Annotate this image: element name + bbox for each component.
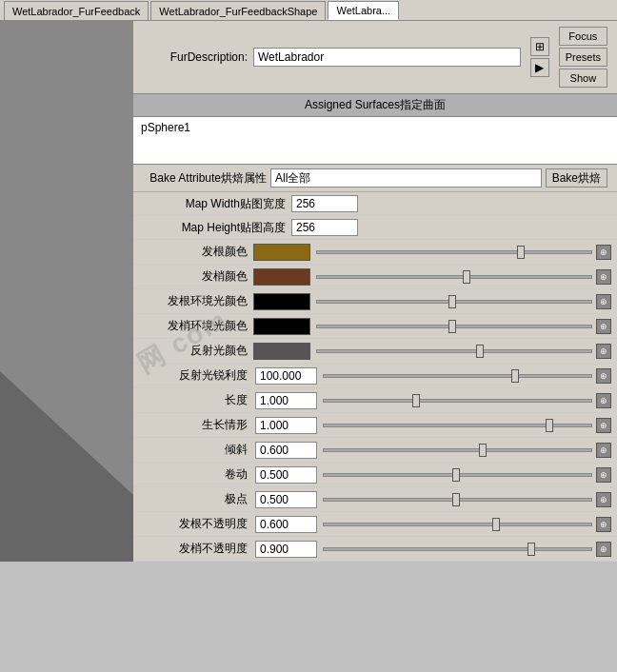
slider-thumb-7[interactable] [546,419,553,432]
slider-thumb-9[interactable] [452,468,460,482]
slider-track-11[interactable] [323,523,592,526]
attr-value-12[interactable] [255,541,317,558]
color-swatch-4[interactable] [253,343,310,360]
map-height-row: Map Height贴图高度 [133,216,617,240]
attr-label-8: 倾斜 [139,442,253,458]
pin-btn-4[interactable]: ⊕ [596,344,611,359]
attr-row-2: 发根环境光颜色⊕ [133,289,617,314]
icon-btn-1[interactable]: ⊞ [530,37,549,56]
attr-row-3: 发梢环境光颜色⊕ [133,314,617,339]
slider-track-8[interactable] [323,448,592,452]
tab-0[interactable]: WetLabrador_FurFeedback [4,1,149,20]
attr-row-0: 发根颜色⊕ [133,240,617,265]
tab-1[interactable]: WetLabrador_FurFeedbackShape [150,1,326,20]
attr-row-11: 发根不透明度⊕ [133,512,617,537]
show-button[interactable]: Show [559,69,607,88]
pin-btn-10[interactable]: ⊕ [596,492,611,507]
slider-track-7[interactable] [323,424,592,427]
slider-track-12[interactable] [323,547,592,551]
icon-btn-2[interactable]: ▶ [530,58,549,77]
color-swatch-0[interactable] [253,244,310,261]
slider-track-9[interactable] [323,473,592,477]
slider-thumb-8[interactable] [479,444,487,457]
main-content: FurDescription: ⊞ ▶ Focus Presets Show A… [133,21,617,562]
attr-value-10[interactable] [255,491,317,508]
presets-button[interactable]: Presets [559,48,607,67]
pin-btn-1[interactable]: ⊕ [596,269,611,285]
attr-label-4: 反射光颜色 [139,343,253,359]
pin-btn-6[interactable]: ⊕ [596,393,611,408]
color-swatch-2[interactable] [253,293,310,310]
list-item: pSphere1 [141,121,609,134]
attr-value-11[interactable] [255,516,317,533]
attr-row-7: 生长情形⊕ [133,413,617,438]
tab-bar: WetLabrador_FurFeedback WetLabrador_FurF… [0,0,617,21]
attr-label-3: 发梢环境光颜色 [139,318,253,334]
slider-thumb-0[interactable] [517,246,525,259]
assigned-surfaces-header: Assigned Surfaces指定曲面 [133,93,617,117]
attr-value-6[interactable] [255,392,317,409]
tab-0-label: WetLabrador_FurFeedback [12,6,140,17]
sidebar-bg-svg [0,228,133,562]
attr-row-6: 长度⊕ [133,388,617,413]
bake-value-input[interactable] [270,168,542,188]
attr-row-12: 发梢不透明度⊕ [133,537,617,562]
attr-value-7[interactable] [255,417,317,434]
slider-thumb-5[interactable] [511,369,519,383]
slider-thumb-11[interactable] [492,518,500,531]
tab-2-label: WetLabra... [336,5,390,16]
attr-value-5[interactable] [255,367,317,385]
tab-1-label: WetLabrador_FurFeedbackShape [159,6,317,17]
attr-label-6: 长度 [139,392,253,408]
pin-btn-3[interactable]: ⊕ [596,319,611,334]
slider-track-4[interactable] [316,349,592,353]
slider-thumb-10[interactable] [452,493,460,506]
map-height-input[interactable] [291,219,358,236]
slider-container-3 [316,325,592,328]
map-width-input[interactable] [291,195,358,212]
slider-track-0[interactable] [316,250,592,254]
slider-container-8 [323,448,592,452]
color-swatch-3[interactable] [253,318,310,335]
slider-track-2[interactable] [316,300,592,304]
attr-row-9: 卷动⊕ [133,463,617,487]
slider-container-1 [316,275,592,279]
attr-value-9[interactable] [255,466,317,484]
tab-2[interactable]: WetLabra... [328,1,399,20]
slider-track-6[interactable] [323,399,592,403]
fur-description-row: FurDescription: ⊞ ▶ Focus Presets Show [133,21,617,93]
pin-btn-7[interactable]: ⊕ [596,418,611,433]
slider-thumb-6[interactable] [412,394,420,407]
color-swatch-1[interactable] [253,268,310,286]
bake-button[interactable]: Bake烘焙 [546,168,607,188]
map-width-row: Map Width贴图宽度 [133,192,617,216]
slider-thumb-1[interactable] [463,270,470,284]
bake-row: Bake Attribute烘焙属性 Bake烘焙 [133,165,617,192]
attr-row-4: 反射光颜色⊕ [133,339,617,364]
pin-btn-5[interactable]: ⊕ [596,368,611,384]
slider-thumb-3[interactable] [448,320,456,333]
slider-track-1[interactable] [316,275,592,279]
slider-container-10 [323,498,592,502]
focus-button[interactable]: Focus [559,27,607,46]
slider-track-10[interactable] [323,498,592,502]
map-width-label: Map Width贴图宽度 [143,196,286,212]
map-height-label: Map Height贴图高度 [143,220,286,236]
attr-label-9: 卷动 [139,466,253,483]
pin-btn-9[interactable]: ⊕ [596,467,611,483]
slider-track-5[interactable] [323,374,592,378]
pin-btn-2[interactable]: ⊕ [596,294,611,309]
attr-label-10: 极点 [139,491,253,507]
bake-label: Bake Attribute烘焙属性 [143,170,267,187]
fur-description-input[interactable] [253,48,521,67]
slider-track-3[interactable] [316,325,592,328]
pin-btn-11[interactable]: ⊕ [596,517,611,532]
slider-thumb-4[interactable] [476,345,484,358]
slider-thumb-2[interactable] [448,295,456,308]
attr-row-10: 极点⊕ [133,487,617,512]
pin-btn-0[interactable]: ⊕ [596,245,611,260]
pin-btn-12[interactable]: ⊕ [596,542,611,557]
pin-btn-8[interactable]: ⊕ [596,443,611,458]
slider-thumb-12[interactable] [527,543,535,556]
attr-value-8[interactable] [255,442,317,459]
